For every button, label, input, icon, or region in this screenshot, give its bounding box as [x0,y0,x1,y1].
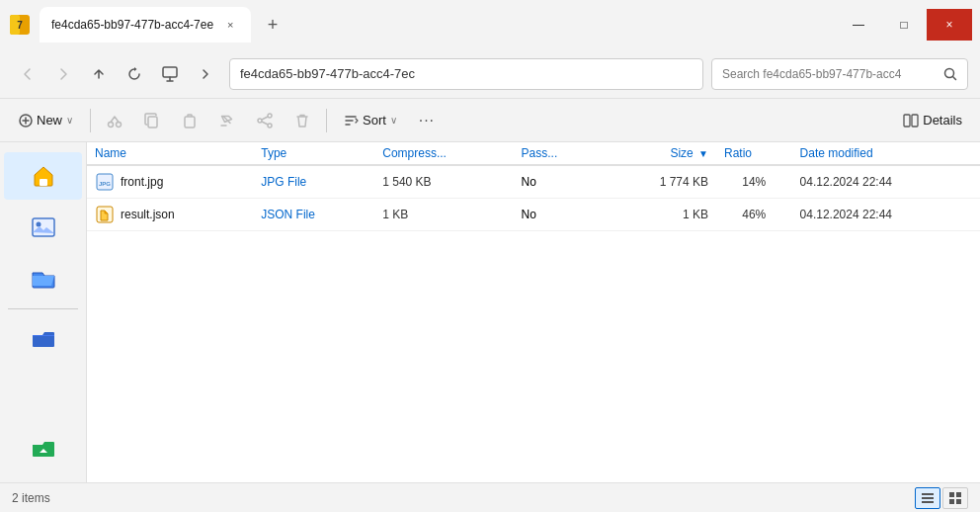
sort-icon [343,113,359,128]
grid-view-icon [948,491,962,505]
file-date: 04.12.2024 22:44 [792,165,980,199]
paste-icon [181,112,199,129]
minimize-button[interactable]: — [836,9,881,41]
share-button[interactable] [247,105,283,136]
svg-point-11 [258,119,262,123]
more-dots: ··· [419,112,435,129]
copy-icon [143,112,161,129]
file-list[interactable]: Name Type Compress... Pass... Size ▼ Rat… [87,142,980,482]
toolbar-separator-2 [326,109,327,132]
status-bar: 2 items [0,482,980,512]
file-type: JSON File [253,199,374,231]
rename-icon [218,112,236,129]
cut-icon [106,112,123,129]
more-button[interactable]: ··· [409,105,445,136]
sidebar-item-folder-green[interactable] [4,425,82,472]
tab-close-btn[interactable]: × [221,16,239,34]
title-bar-left: 7 fe4cda65-bb97-477b-acc4-7ee × + [8,7,836,43]
svg-rect-25 [956,492,961,497]
new-chevron: ∨ [66,115,73,126]
nav-bar: fe4cda65-bb97-477b-acc4-7ec Search fe4cd… [0,49,980,99]
col-header-date[interactable]: Date modified [792,142,980,165]
browser-tab[interactable]: fe4cda65-bb97-477b-acc4-7ee × [40,7,251,43]
new-label: New [37,113,62,128]
svg-rect-22 [922,497,934,499]
svg-rect-3 [163,67,177,77]
file-icon: JPG [95,172,115,192]
toolbar-separator-1 [90,109,91,132]
app-icon: 7 [8,13,32,37]
sidebar [0,142,87,482]
file-pass: No [514,165,605,199]
svg-text:JPG: JPG [99,181,111,187]
folder-blue-icon [28,323,59,355]
search-text: Search fe4cda65-bb97-477b-acc4 [722,67,938,81]
paste-button[interactable] [172,105,207,136]
svg-rect-24 [949,492,954,497]
monitor-icon-button[interactable] [154,58,186,90]
details-icon [903,113,919,128]
file-type: JPG File [253,165,374,199]
file-size: 1 KB [604,199,716,231]
col-header-compress[interactable]: Compress... [374,142,513,165]
rename-button[interactable] [209,105,245,136]
address-bar[interactable]: fe4cda65-bb97-477b-acc4-7ec [229,58,703,90]
file-table: Name Type Compress... Pass... Size ▼ Rat… [87,142,980,231]
file-name-cell[interactable]: JPG front.jpg [87,165,253,199]
new-button[interactable]: New ∨ [8,105,84,136]
forward-button[interactable] [47,58,79,90]
svg-point-7 [117,122,122,127]
file-ratio: 14% [716,165,792,199]
svg-rect-21 [922,493,934,495]
col-header-pass[interactable]: Pass... [514,142,605,165]
file-size: 1 774 KB [604,165,716,199]
svg-rect-9 [185,117,195,128]
window-controls: — □ × [836,9,972,41]
table-row[interactable]: JPG front.jpg JPG File 1 540 KB No 1 774… [87,165,980,199]
sidebar-item-folder-open[interactable] [4,255,82,302]
svg-text:7: 7 [17,20,23,31]
file-ratio: 46% [716,199,792,231]
back-button[interactable] [12,58,43,90]
close-button[interactable]: × [927,9,972,41]
chevron-right-button[interactable] [190,58,221,90]
new-icon [19,114,33,128]
file-compress: 1 KB [374,199,513,231]
col-header-type[interactable]: Type [253,142,374,165]
maximize-button[interactable]: □ [881,9,927,41]
refresh-button[interactable] [119,58,150,90]
sidebar-item-images[interactable] [4,204,82,251]
table-row[interactable]: result.json JSON File 1 KB No 1 KB 46% 0… [87,199,980,231]
svg-rect-27 [956,499,961,504]
delete-button[interactable] [285,105,320,136]
sidebar-item-home[interactable] [4,152,82,200]
address-text: fe4cda65-bb97-477b-acc4-7ec [240,66,415,81]
file-name: front.jpg [121,175,163,189]
col-header-ratio[interactable]: Ratio [716,142,792,165]
col-header-name[interactable]: Name [87,142,253,165]
svg-point-12 [268,124,272,128]
up-button[interactable] [83,58,115,90]
list-view-icon [921,491,935,505]
toolbar: New ∨ Sort ∨ ··· Details [0,99,980,142]
grid-view-button[interactable] [942,487,968,509]
view-buttons [915,487,968,509]
sort-chevron: ∨ [390,115,397,126]
file-compress: 1 540 KB [374,165,513,199]
home-icon [28,160,59,192]
col-header-size[interactable]: Size ▼ [604,142,716,165]
sidebar-item-folder-blue[interactable] [4,315,82,363]
table-header-row: Name Type Compress... Pass... Size ▼ Rat… [87,142,980,165]
sort-label: Sort [363,113,386,128]
items-count: 2 items [12,491,50,505]
new-tab-button[interactable]: + [259,11,286,39]
file-name-cell[interactable]: result.json [87,199,253,231]
copy-button[interactable] [134,105,170,136]
cut-button[interactable] [97,105,132,136]
search-bar[interactable]: Search fe4cda65-bb97-477b-acc4 [711,58,968,90]
list-view-button[interactable] [915,487,940,509]
sort-button[interactable]: Sort ∨ [333,105,407,136]
details-button[interactable]: Details [893,105,972,136]
delete-icon [293,112,311,129]
svg-point-17 [36,222,41,227]
